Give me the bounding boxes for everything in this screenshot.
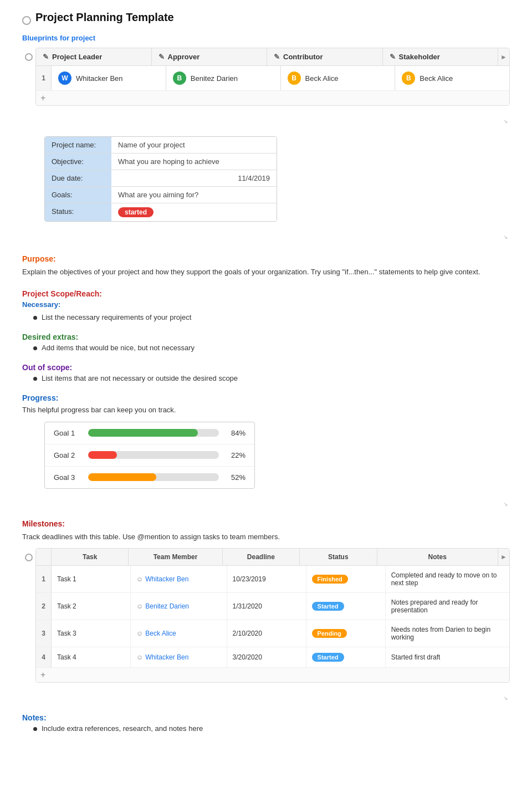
milestone-row-4: 4 Task 4 ☺ Whitacker Ben 3/20/2020 Start… xyxy=(36,647,509,668)
progress-row-3: Goal 3 52% xyxy=(45,467,254,488)
milestones-row-checkbox[interactable] xyxy=(25,554,33,561)
progress-resize-handle[interactable]: ↘ xyxy=(44,500,510,508)
leader-avatar: W xyxy=(58,71,71,85)
person-icon: ✎ xyxy=(43,53,49,61)
milestone-notes-4: Started first draft xyxy=(386,647,509,667)
person-icon-4: ✎ xyxy=(390,53,396,61)
outofscope-bullet: List items that are not necessary or out… xyxy=(22,374,510,382)
milestone-deadline-3: 2/10/2020 xyxy=(227,620,306,647)
milestone-notes-2: Notes prepared and ready for presentatio… xyxy=(386,593,509,620)
role-header-leader: ✎ Project Leader xyxy=(36,48,152,65)
desired-bullet: Add items that would be nice, but not ne… xyxy=(22,344,510,352)
stakeholder-avatar: B xyxy=(402,71,415,85)
person-icon-3: ✎ xyxy=(274,53,280,61)
milestone-header-status: Status xyxy=(300,549,377,565)
bullet-dot-3 xyxy=(33,377,37,381)
bullet-dot-notes xyxy=(33,727,37,731)
info-row-status: Status: started xyxy=(45,203,277,221)
milestone-row-1: 1 Task 1 ☺ Whitacker Ben 10/23/2019 Fini… xyxy=(36,566,509,593)
outofscope-section: Out of scope: List items that are not ne… xyxy=(22,363,510,382)
badge-started-4: Started xyxy=(312,653,344,662)
milestone-task-2: Task 2 xyxy=(52,593,131,620)
goal2-label: Goal 2 xyxy=(54,451,81,459)
outofscope-label: Out of scope: xyxy=(22,363,510,372)
milestone-status-3: Pending xyxy=(306,620,386,647)
info-row-duedate: Due date: 11/4/2019 xyxy=(45,170,277,187)
approver-avatar: B xyxy=(173,71,186,85)
milestone-row-3: 3 Task 3 ☺ Beck Alice 2/10/2020 Pending … xyxy=(36,620,509,647)
milestone-status-1: Finished xyxy=(306,566,386,592)
milestone-expand-icon[interactable]: ► xyxy=(500,553,507,561)
milestone-header-task: Task xyxy=(52,549,129,565)
necessary-subheading: Necessary: xyxy=(22,300,510,309)
scope-label: Project Scope/Reach: xyxy=(22,289,510,298)
milestone-member-3: ☺ Beck Alice xyxy=(131,620,227,647)
expand-icon[interactable]: ► xyxy=(500,53,507,61)
person-icon-2: ✎ xyxy=(158,53,165,61)
bullet-dot-2 xyxy=(33,346,37,350)
milestone-task-3: Task 3 xyxy=(52,620,131,647)
milestone-task-4: Task 4 xyxy=(52,647,131,667)
milestone-status-2: Started xyxy=(306,593,386,620)
notes-section: Notes: Include extra references, researc… xyxy=(22,713,510,733)
member-icon-4: ☺ xyxy=(136,653,143,661)
milestone-footer: + xyxy=(36,668,509,682)
milestone-notes-3: Needs notes from Darien to begin working xyxy=(386,620,509,647)
contributor-avatar: B xyxy=(288,71,301,85)
contributor-cell: B Beck Alice xyxy=(281,66,396,90)
role-header-contributor: ✎ Contributor xyxy=(267,48,383,65)
goal2-pct: 22% xyxy=(226,451,245,459)
progress-label: Progress: xyxy=(22,393,510,402)
milestone-member-4: ☺ Whitacker Ben xyxy=(131,647,227,667)
milestones-header: Task Team Member Deadline Status Notes ► xyxy=(36,549,509,566)
progress-row-1: Goal 1 84% xyxy=(45,422,254,444)
page-title: Project Planning Template xyxy=(35,11,174,24)
stakeholder-cell: B Beck Alice xyxy=(395,66,509,90)
goal3-bar-fill xyxy=(88,473,156,481)
milestone-deadline-2: 1/31/2020 xyxy=(227,593,306,620)
info-table: Project name: Name of your project Objec… xyxy=(44,136,277,222)
necessary-bullet: List the necessary requirements of your … xyxy=(22,313,510,321)
role-header-stakeholder: ✎ Stakeholder xyxy=(383,48,499,65)
milestones-table: Task Team Member Deadline Status Notes ►… xyxy=(35,548,510,683)
goal1-label: Goal 1 xyxy=(54,429,81,437)
progress-section: Progress: This helpful progress bar can … xyxy=(22,393,510,508)
approver-cell: B Benitez Darien xyxy=(166,66,281,90)
badge-finished-1: Finished xyxy=(312,575,348,584)
milestone-row-2: 2 Task 2 ☺ Benitez Darien 1/31/2020 Star… xyxy=(36,593,509,620)
notes-label: Notes: xyxy=(22,713,510,722)
milestone-num-4: 4 xyxy=(36,647,52,667)
status-badge: started xyxy=(118,207,154,217)
milestone-task-1: Task 1 xyxy=(52,566,131,592)
milestone-deadline-1: 10/23/2019 xyxy=(227,566,306,592)
purpose-text: Explain the objectives of your project a… xyxy=(22,267,510,278)
progress-table: Goal 1 84% Goal 2 22% Goal 3 52% xyxy=(44,422,255,489)
milestone-num-3: 3 xyxy=(36,620,52,647)
resize-handle[interactable]: ↘ xyxy=(35,117,510,125)
purpose-label: Purpose: xyxy=(22,254,510,263)
milestone-deadline-4: 3/20/2020 xyxy=(227,647,306,667)
goal3-label: Goal 3 xyxy=(54,473,81,482)
roles-table: ✎ Project Leader ✎ Approver ✎ Contributo… xyxy=(35,48,510,106)
milestone-header-deadline: Deadline xyxy=(223,549,300,565)
milestone-status-4: Started xyxy=(306,647,386,667)
add-row-icon[interactable]: + xyxy=(40,93,45,103)
member-icon-3: ☺ xyxy=(136,630,143,637)
milestone-add-icon[interactable]: + xyxy=(40,670,45,680)
milestones-resize-handle[interactable]: ↘ xyxy=(35,694,510,702)
milestone-header-num xyxy=(36,549,52,565)
row-checkbox[interactable] xyxy=(25,53,33,61)
notes-bullet: Include extra references, research, and … xyxy=(22,724,510,733)
milestone-header-member: Team Member xyxy=(129,549,222,565)
badge-pending-3: Pending xyxy=(312,629,347,638)
info-resize-handle[interactable]: ↘ xyxy=(44,233,510,241)
member-icon-2: ☺ xyxy=(136,602,143,610)
milestones-section: Milestones: Track deadlines with this ta… xyxy=(22,519,510,703)
goal1-bar-fill xyxy=(88,429,198,437)
role-header-approver: ✎ Approver xyxy=(152,48,268,65)
milestone-header-notes: Notes xyxy=(377,549,498,565)
goal3-bar-bg xyxy=(88,473,219,481)
milestone-num-2: 2 xyxy=(36,593,52,620)
goal2-bar-fill xyxy=(88,451,117,459)
desired-section: Desired extras: Add items that would be … xyxy=(22,333,510,352)
